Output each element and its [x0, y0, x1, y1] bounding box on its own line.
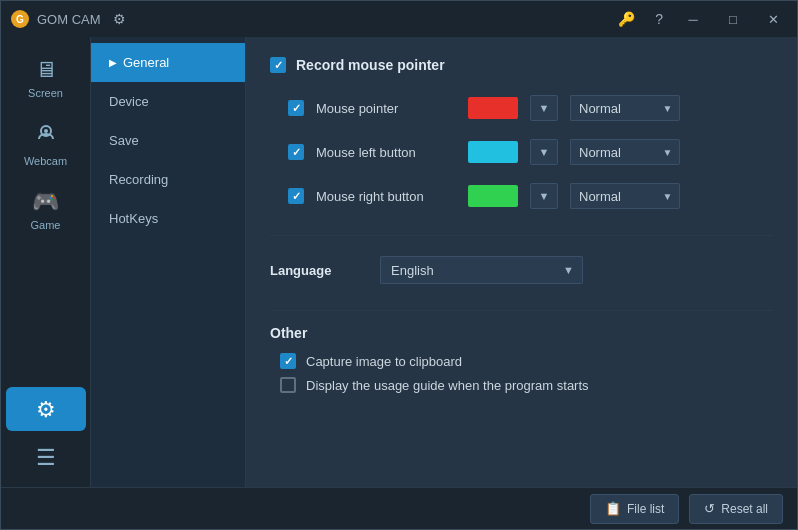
language-selected: English [380, 256, 555, 284]
titlebar: G GOM CAM ⚙ 🔑 ? ─ □ ✕ [1, 1, 797, 37]
language-section: Language English ▼ [270, 250, 773, 290]
record-mouse-header: ✓ Record mouse pointer [270, 57, 773, 73]
help-icon[interactable]: ? [651, 9, 667, 29]
language-label: Language [270, 263, 350, 278]
mouse-right-row: ✓ Mouse right button ▼ Normal ▼ [280, 177, 773, 215]
sidebar-item-webcam[interactable]: Webcam [6, 111, 86, 175]
nav-label-recording: Recording [109, 172, 168, 187]
mouse-left-style-arrow[interactable]: ▼ [656, 139, 680, 165]
mouse-right-style-select[interactable]: Normal ▼ [570, 183, 680, 209]
option-capture-image[interactable]: ✓ Capture image to clipboard [280, 353, 773, 369]
sidebar-item-game[interactable]: 🎮 Game [6, 179, 86, 239]
titlebar-controls: 🔑 ? ─ □ ✕ [614, 8, 787, 30]
language-dropdown[interactable]: English ▼ [380, 256, 583, 284]
content-area: ✓ Record mouse pointer ✓ Mouse pointer ▼… [246, 37, 797, 487]
mouse-right-color-dropdown[interactable]: ▼ [530, 183, 558, 209]
screen-icon: 🖥 [35, 57, 57, 83]
language-arrow[interactable]: ▼ [555, 256, 583, 284]
mouse-right-style-text: Normal [570, 183, 656, 209]
mouse-pointer-style-arrow[interactable]: ▼ [656, 95, 680, 121]
capture-image-checkbox[interactable]: ✓ [280, 353, 296, 369]
nav-label-general: General [123, 55, 169, 70]
nav-label-device: Device [109, 94, 149, 109]
sidebar-item-list[interactable]: ☰ [6, 435, 86, 479]
file-list-button[interactable]: 📋 File list [590, 494, 679, 524]
nav-item-general[interactable]: ▶ General [91, 43, 245, 82]
key-icon[interactable]: 🔑 [614, 9, 639, 29]
mouse-right-label: Mouse right button [316, 189, 456, 204]
divider-1 [270, 235, 773, 236]
titlebar-left: G GOM CAM ⚙ [11, 9, 130, 29]
mouse-pointer-label: Mouse pointer [316, 101, 456, 116]
maximize-button[interactable]: □ [719, 8, 747, 30]
reset-all-button[interactable]: ↺ Reset all [689, 494, 783, 524]
record-mouse-checkbox[interactable]: ✓ [270, 57, 286, 73]
webcam-icon [34, 121, 58, 151]
option-usage-guide[interactable]: Display the usage guide when the program… [280, 377, 773, 393]
mouse-left-style-text: Normal [570, 139, 656, 165]
sidebar-bottom: ⚙ ☰ [1, 387, 90, 487]
other-options: ✓ Capture image to clipboard Display the… [280, 353, 773, 393]
divider-2 [270, 310, 773, 311]
game-icon: 🎮 [32, 189, 59, 215]
settings-icon: ⚙ [36, 397, 56, 423]
other-title: Other [270, 325, 773, 341]
app-logo: G [11, 10, 29, 28]
capture-image-label: Capture image to clipboard [306, 354, 462, 369]
usage-guide-label: Display the usage guide when the program… [306, 378, 589, 393]
mouse-pointer-style-text: Normal [570, 95, 656, 121]
main-layout: 🖥 Screen Webcam 🎮 Game [1, 37, 797, 487]
reset-icon: ↺ [704, 501, 715, 516]
nav-item-device[interactable]: Device [91, 82, 245, 121]
app-title: GOM CAM [37, 12, 101, 27]
mouse-pointer-row: ✓ Mouse pointer ▼ Normal ▼ [280, 89, 773, 127]
mouse-left-style-select[interactable]: Normal ▼ [570, 139, 680, 165]
sidebar-item-screen[interactable]: 🖥 Screen [6, 47, 86, 107]
mouse-left-label: Mouse left button [316, 145, 456, 160]
nav-label-hotkeys: HotKeys [109, 211, 158, 226]
sidebar: 🖥 Screen Webcam 🎮 Game [1, 37, 91, 487]
sidebar-label-webcam: Webcam [24, 155, 67, 167]
app-window: G GOM CAM ⚙ 🔑 ? ─ □ ✕ 🖥 Screen [0, 0, 798, 530]
sidebar-item-settings[interactable]: ⚙ [6, 387, 86, 431]
minimize-button[interactable]: ─ [679, 8, 707, 30]
other-section: Other ✓ Capture image to clipboard Displ… [270, 325, 773, 393]
list-icon: ☰ [36, 445, 56, 471]
nav-label-save: Save [109, 133, 139, 148]
gear-icon[interactable]: ⚙ [109, 9, 130, 29]
nav-panel: ▶ General Device Save Recording HotKeys [91, 37, 246, 487]
mouse-right-color[interactable] [468, 185, 518, 207]
mouse-left-color[interactable] [468, 141, 518, 163]
nav-arrow-general: ▶ [109, 57, 117, 68]
footer: 📋 File list ↺ Reset all [1, 487, 797, 529]
file-list-label: File list [627, 502, 664, 516]
mouse-pointer-color-dropdown[interactable]: ▼ [530, 95, 558, 121]
mouse-left-checkbox[interactable]: ✓ [288, 144, 304, 160]
nav-item-recording[interactable]: Recording [91, 160, 245, 199]
mouse-right-checkbox[interactable]: ✓ [288, 188, 304, 204]
nav-item-hotkeys[interactable]: HotKeys [91, 199, 245, 238]
record-mouse-title: Record mouse pointer [296, 57, 445, 73]
mouse-right-style-arrow[interactable]: ▼ [656, 183, 680, 209]
mouse-left-color-dropdown[interactable]: ▼ [530, 139, 558, 165]
sidebar-label-game: Game [31, 219, 61, 231]
reset-all-label: Reset all [721, 502, 768, 516]
svg-point-1 [44, 129, 48, 133]
usage-guide-checkbox[interactable] [280, 377, 296, 393]
mouse-pointer-checkbox[interactable]: ✓ [288, 100, 304, 116]
nav-item-save[interactable]: Save [91, 121, 245, 160]
mouse-left-row: ✓ Mouse left button ▼ Normal ▼ [280, 133, 773, 171]
mouse-options: ✓ Mouse pointer ▼ Normal ▼ ✓ Mouse left [280, 89, 773, 215]
mouse-pointer-style-select[interactable]: Normal ▼ [570, 95, 680, 121]
close-button[interactable]: ✕ [759, 8, 787, 30]
file-list-icon: 📋 [605, 501, 621, 516]
sidebar-label-screen: Screen [28, 87, 63, 99]
mouse-pointer-color[interactable] [468, 97, 518, 119]
